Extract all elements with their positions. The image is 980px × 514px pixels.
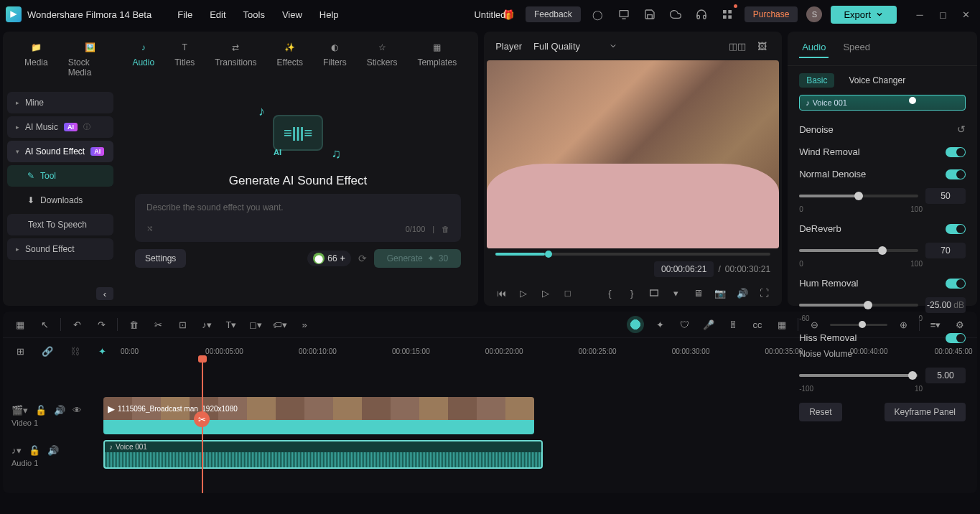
ratio-icon[interactable] bbox=[648, 284, 661, 302]
video-preview[interactable] bbox=[487, 60, 779, 248]
crop-icon[interactable]: ⊡ bbox=[174, 316, 191, 333]
tag-icon[interactable]: 🏷▾ bbox=[271, 316, 289, 333]
settings-button[interactable]: Settings bbox=[135, 249, 186, 268]
hum-removal-slider[interactable] bbox=[799, 304, 918, 307]
prompt-input-box[interactable]: Describe the sound effect you want. ⤭ 0/… bbox=[135, 194, 461, 242]
close-icon[interactable]: ✕ bbox=[957, 6, 974, 23]
next-frame-icon[interactable]: ▷ bbox=[540, 284, 552, 302]
maximize-icon[interactable]: ◻ bbox=[934, 6, 951, 23]
hum-removal-value[interactable]: -25.00 dB bbox=[925, 297, 966, 313]
settings-icon[interactable]: ⚙ bbox=[951, 316, 969, 333]
sidebar-sound-effect[interactable]: ▸Sound Effect bbox=[7, 238, 113, 260]
normal-denoise-slider[interactable] bbox=[799, 195, 918, 197]
mic-icon[interactable]: 🎤 bbox=[700, 316, 717, 333]
sidebar-tool[interactable]: ✎Tool bbox=[7, 165, 113, 187]
tab-effects[interactable]: ✨Effects bbox=[270, 37, 310, 80]
shield-icon[interactable]: 🛡 bbox=[676, 316, 693, 333]
compare-icon[interactable]: ◫◫ bbox=[729, 37, 746, 55]
playhead[interactable] bbox=[202, 361, 203, 493]
wind-removal-toggle[interactable] bbox=[946, 147, 966, 157]
dereverb-toggle[interactable] bbox=[946, 224, 966, 234]
sidebar-ai-music[interactable]: ▸AI MusicAIⓘ bbox=[7, 116, 113, 138]
display-icon[interactable]: 🖥 bbox=[692, 284, 704, 302]
minimize-icon[interactable]: ─ bbox=[911, 6, 928, 23]
prop-tab-audio[interactable]: Audio bbox=[799, 37, 829, 58]
undo-icon[interactable]: ↶ bbox=[68, 316, 85, 333]
dereverb-slider[interactable] bbox=[799, 249, 918, 252]
export-button[interactable]: Export bbox=[831, 6, 897, 24]
unlink-icon[interactable]: ⛓ bbox=[66, 342, 83, 360]
subtitle-icon[interactable]: cc bbox=[749, 316, 766, 333]
ai-assistant-icon[interactable] bbox=[627, 316, 644, 333]
cloud-icon[interactable] bbox=[667, 6, 684, 23]
apps-icon[interactable] bbox=[719, 6, 736, 23]
tab-transitions[interactable]: ⇄Transitions bbox=[207, 37, 263, 80]
video-clip[interactable]: ▶1115096_Broadcast man_1920x1080 bbox=[103, 397, 534, 434]
more-icon[interactable]: » bbox=[296, 316, 313, 333]
timeline-ruler[interactable]: 00:00 00:00:05:00 00:00:10:00 00:00:15:0… bbox=[121, 343, 969, 359]
text-icon[interactable]: T▾ bbox=[223, 316, 240, 333]
refresh-icon[interactable]: ⟳ bbox=[358, 253, 367, 264]
tab-titles[interactable]: TTitles bbox=[167, 37, 202, 80]
shuffle-icon[interactable]: ⤭ bbox=[146, 224, 153, 233]
marker-icon[interactable]: ✦ bbox=[93, 342, 111, 360]
sidebar-downloads[interactable]: ⬇Downloads bbox=[7, 190, 113, 211]
zoom-slider[interactable] bbox=[830, 324, 887, 326]
lock-icon[interactable]: 🔓 bbox=[35, 405, 47, 416]
mixer-icon[interactable]: 🎚 bbox=[724, 316, 742, 333]
trash-icon[interactable]: 🗑 bbox=[442, 225, 449, 233]
magnet-icon[interactable]: ▦ bbox=[11, 316, 29, 333]
clip-waveform[interactable]: ♪ Voice 001 bbox=[799, 95, 966, 111]
collapse-sidebar-button[interactable]: ‹ bbox=[96, 287, 113, 300]
visibility-icon[interactable]: 👁 bbox=[73, 405, 82, 416]
denoise-reset-icon[interactable]: ↺ bbox=[957, 123, 966, 135]
fullscreen-icon[interactable]: ⛶ bbox=[758, 284, 770, 302]
zoom-in-icon[interactable]: ⊕ bbox=[895, 316, 912, 333]
add-track-icon[interactable]: ⊞ bbox=[11, 342, 29, 360]
mark-in-icon[interactable]: { bbox=[604, 284, 616, 302]
play-icon[interactable]: ▷ bbox=[518, 284, 530, 302]
split-icon[interactable]: ✂ bbox=[149, 316, 167, 333]
tab-stickers[interactable]: ☆Stickers bbox=[360, 37, 405, 80]
chevron-down-icon[interactable]: ▾ bbox=[670, 284, 682, 302]
credits-badge[interactable]: ⬤66+ bbox=[307, 251, 350, 266]
music-note-icon[interactable]: ♪▾ bbox=[198, 316, 215, 333]
save-icon[interactable] bbox=[641, 6, 658, 23]
menu-file[interactable]: File bbox=[177, 9, 192, 20]
hum-removal-toggle[interactable] bbox=[946, 279, 966, 289]
tab-stock[interactable]: 🖼️Stock Media bbox=[61, 37, 120, 80]
tab-templates[interactable]: ▦Templates bbox=[410, 37, 464, 80]
sidebar-tts[interactable]: Text To Speech bbox=[7, 214, 113, 235]
tab-filters[interactable]: ◐Filters bbox=[316, 37, 354, 80]
picture-icon[interactable]: 🖾 bbox=[753, 37, 770, 55]
sidebar-ai-sound-effect[interactable]: ▾AI Sound EffectAI bbox=[7, 141, 113, 162]
prev-frame-icon[interactable]: ⏮ bbox=[495, 284, 508, 302]
sidebar-mine[interactable]: ▸Mine bbox=[7, 92, 113, 113]
menu-view[interactable]: View bbox=[282, 9, 302, 20]
headphones-icon[interactable] bbox=[693, 6, 710, 23]
audio-clip[interactable]: ♪Voice 001 bbox=[103, 440, 543, 469]
audio-mute-icon[interactable]: 🔊 bbox=[47, 445, 59, 456]
subtab-basic[interactable]: Basic bbox=[799, 73, 834, 88]
subtab-voice-changer[interactable]: Voice Changer bbox=[841, 73, 913, 88]
select-icon[interactable]: ↖ bbox=[36, 316, 53, 333]
menu-edit[interactable]: Edit bbox=[210, 9, 225, 20]
menu-tools[interactable]: Tools bbox=[243, 9, 265, 20]
snapshot-icon[interactable]: 📷 bbox=[714, 284, 727, 302]
zoom-out-icon[interactable]: ⊖ bbox=[806, 316, 823, 333]
prop-tab-speed[interactable]: Speed bbox=[840, 37, 873, 58]
delete-icon[interactable]: 🗑 bbox=[125, 316, 142, 333]
redo-icon[interactable]: ↷ bbox=[93, 316, 110, 333]
normal-denoise-toggle[interactable] bbox=[946, 169, 966, 179]
frame-icon[interactable]: ◻▾ bbox=[247, 316, 264, 333]
menu-help[interactable]: Help bbox=[319, 9, 339, 20]
link-icon[interactable]: 🔗 bbox=[39, 342, 56, 360]
stop-icon[interactable]: □ bbox=[561, 284, 574, 302]
render-icon[interactable]: ▦ bbox=[773, 316, 790, 333]
volume-icon[interactable]: 🔊 bbox=[737, 284, 749, 302]
audio-lock-icon[interactable]: 🔓 bbox=[29, 445, 40, 456]
cut-indicator-icon[interactable]: ✂ bbox=[194, 411, 210, 427]
record-icon[interactable]: ◯ bbox=[589, 6, 607, 23]
sparkle-icon[interactable]: ✦ bbox=[651, 316, 668, 333]
quality-selector[interactable]: Full Quality bbox=[533, 41, 617, 52]
